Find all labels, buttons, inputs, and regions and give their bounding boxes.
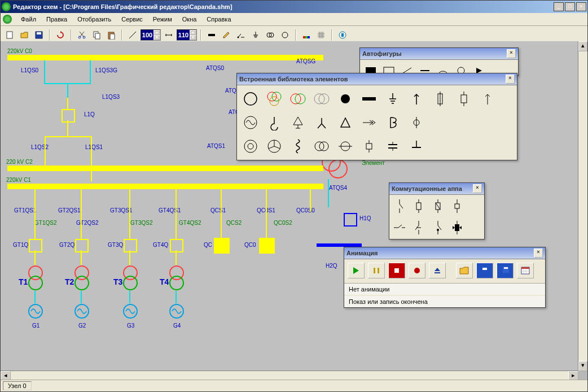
ground-tool[interactable]: [249, 28, 262, 42]
lib-crossing[interactable]: [405, 111, 428, 134]
panel-library-title[interactable]: Встроенная библиотека элементов×: [237, 73, 517, 85]
lib-fuse[interactable]: [429, 88, 451, 110]
menu-service[interactable]: Сервис: [117, 15, 147, 24]
vertical-scrollbar[interactable]: ▴ ▾: [578, 41, 587, 371]
copy-button[interactable]: [90, 28, 103, 42]
zoom2-input[interactable]: 110▲▼: [177, 29, 197, 41]
calendar-button[interactable]: [517, 263, 534, 278]
menu-windows[interactable]: Окна: [178, 15, 201, 24]
menu-view[interactable]: Отобразить: [73, 15, 116, 24]
grid-tool[interactable]: [314, 28, 328, 42]
autoshapes-close[interactable]: ×: [507, 49, 516, 58]
bus-tool[interactable]: [205, 28, 218, 42]
sw-1[interactable]: [392, 197, 407, 215]
library-close[interactable]: ×: [506, 75, 515, 84]
save-button[interactable]: [32, 28, 46, 42]
lib-blank5[interactable]: [453, 135, 475, 158]
sw-8[interactable]: [449, 219, 465, 237]
play-button[interactable]: [348, 263, 365, 278]
horizontal-scrollbar[interactable]: ◂ ▸: [1, 371, 578, 380]
lib-cap-v[interactable]: [358, 135, 380, 158]
lib-blank6[interactable]: [476, 135, 499, 158]
lib-2circle-grey[interactable]: [310, 88, 333, 110]
lib-cap2[interactable]: [453, 88, 475, 110]
sw-6[interactable]: [411, 219, 427, 237]
lib-arrow-up2[interactable]: [476, 88, 499, 110]
lib-tri-ground[interactable]: [287, 111, 309, 134]
sw-2[interactable]: [411, 197, 427, 215]
lib-hook[interactable]: [263, 111, 286, 134]
lib-arrow-up[interactable]: [405, 88, 428, 110]
minimize-button[interactable]: _: [554, 2, 564, 11]
lib-blank2[interactable]: [453, 111, 475, 134]
panel-switchgear-title[interactable]: Коммутационные аппа×: [389, 183, 484, 195]
line-tool[interactable]: [126, 28, 139, 42]
lib-dot[interactable]: [334, 88, 357, 110]
record-button[interactable]: [409, 263, 425, 278]
menu-file[interactable]: Файл: [16, 15, 41, 24]
breaker-gt4q[interactable]: [170, 239, 183, 252]
menu-mode[interactable]: Режим: [148, 15, 177, 24]
switch-tool[interactable]: [234, 28, 248, 42]
lib-blank4[interactable]: [429, 135, 451, 158]
cut-button[interactable]: [75, 28, 89, 42]
lib-sector[interactable]: [263, 135, 286, 158]
lib-circle[interactable]: [239, 88, 262, 110]
lib-arrow-2[interactable]: [358, 111, 380, 134]
menu-help[interactable]: Справка: [202, 15, 235, 24]
panel-library[interactable]: Встроенная библиотека элементов×: [236, 73, 517, 160]
lib-bar[interactable]: [358, 88, 380, 110]
lib-2circ[interactable]: [310, 135, 333, 158]
close-button[interactable]: ×: [576, 2, 586, 11]
eject-button[interactable]: [429, 263, 446, 278]
breaker-gt3q[interactable]: [124, 239, 137, 252]
breaker-l1q[interactable]: [62, 109, 75, 123]
lib-blank3[interactable]: [476, 111, 499, 134]
lib-ring[interactable]: [239, 135, 262, 158]
breaker-gt2q[interactable]: [75, 239, 89, 252]
lib-sine[interactable]: [239, 111, 262, 134]
paste-button[interactable]: [104, 28, 118, 42]
panel-autoshapes[interactable]: Автофигуры×: [359, 47, 519, 76]
lib-blank1[interactable]: [429, 111, 451, 134]
lib-star[interactable]: [310, 111, 333, 134]
panel-autoshapes-title[interactable]: Автофигуры×: [360, 48, 518, 60]
lib-capacitor[interactable]: [381, 135, 404, 158]
save-anim-button[interactable]: [476, 263, 493, 278]
pause-button[interactable]: [368, 263, 385, 278]
sw-7[interactable]: [430, 219, 446, 237]
switchgear-close[interactable]: ×: [473, 184, 482, 193]
refresh-button[interactable]: [54, 28, 67, 42]
open-button[interactable]: [17, 28, 31, 42]
save-all-button[interactable]: [497, 263, 514, 278]
stop-button[interactable]: [388, 263, 405, 278]
lib-2circle-rg[interactable]: [287, 88, 309, 110]
panel-switchgear[interactable]: Коммутационные аппа×: [389, 182, 485, 239]
breaker-h1q[interactable]: [344, 213, 357, 227]
lib-coil[interactable]: [287, 135, 309, 158]
transformer-tool[interactable]: [264, 28, 277, 42]
breaker-qc[interactable]: [214, 238, 230, 254]
lib-delta[interactable]: [334, 111, 357, 134]
lib-ground[interactable]: [381, 88, 404, 110]
breaker-gt1q[interactable]: [29, 239, 42, 252]
color-tool[interactable]: [300, 28, 313, 42]
anim-tool[interactable]: [336, 28, 349, 42]
panel-animation-title[interactable]: Анимация×: [344, 247, 545, 259]
sw-4[interactable]: [449, 197, 465, 215]
resize-tool[interactable]: [162, 28, 175, 42]
zoom1-input[interactable]: 100▲▼: [141, 29, 161, 41]
lib-3circle[interactable]: [263, 88, 286, 110]
maximize-button[interactable]: □: [565, 2, 575, 11]
lib-ground2[interactable]: [405, 135, 428, 158]
lib-ct[interactable]: [334, 135, 357, 158]
open-folder-button[interactable]: [456, 263, 473, 278]
lib-b[interactable]: [381, 111, 404, 134]
sw-3[interactable]: [430, 197, 446, 215]
breaker-qc0[interactable]: [259, 238, 275, 254]
gen-tool[interactable]: [278, 28, 292, 42]
new-button[interactable]: [3, 28, 16, 42]
menu-edit[interactable]: Правка: [42, 15, 72, 24]
edit-tool[interactable]: [220, 28, 233, 42]
panel-animation[interactable]: Анимация× Нет анимации Показ или запись …: [344, 247, 546, 308]
